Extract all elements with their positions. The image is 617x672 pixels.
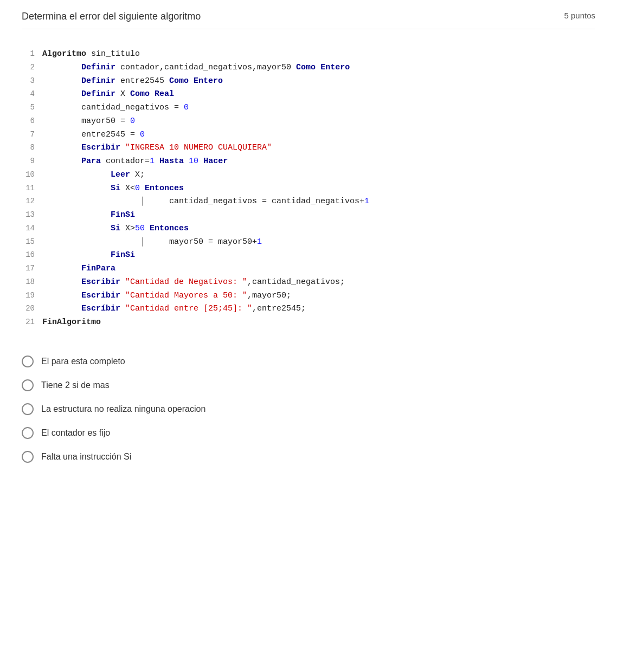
line-content: Si X<0 Entonces — [42, 182, 184, 196]
line-content: FinSi — [42, 209, 135, 222]
code-line: 9 Para contador=1 Hasta 10 Hacer — [22, 155, 595, 169]
line-number: 8 — [22, 141, 42, 154]
line-content: Escribir "INGRESA 10 NUMERO CUALQUIERA" — [42, 141, 272, 155]
code-line: 14 Si X>50 Entonces — [22, 222, 595, 236]
code-line: 16 FinSi — [22, 249, 595, 262]
line-content: Leer X; — [42, 169, 145, 182]
line-number: 7 — [22, 128, 42, 141]
line-number: 17 — [22, 262, 42, 275]
points-label: 5 puntos — [564, 11, 595, 20]
line-number: 19 — [22, 289, 42, 302]
option-item[interactable]: Tiene 2 si de mas — [22, 379, 595, 391]
line-content: Definir contador,cantidad_negativos,mayo… — [42, 61, 350, 75]
line-number: 15 — [22, 236, 42, 248]
code-line: 7 entre2545 = 0 — [22, 128, 595, 142]
option-item[interactable]: Falta una instrucción Si — [22, 451, 595, 463]
line-number: 10 — [22, 169, 42, 181]
line-content: Para contador=1 Hasta 10 Hacer — [42, 155, 228, 169]
radio-button[interactable] — [22, 451, 34, 463]
line-number: 11 — [22, 182, 42, 195]
code-line: 3 Definir entre2545 Como Entero — [22, 75, 595, 88]
line-content: Escribir "Cantidad Mayores a 50: ",mayor… — [42, 289, 291, 303]
line-number: 13 — [22, 209, 42, 221]
code-line: 19 Escribir "Cantidad Mayores a 50: ",ma… — [22, 289, 595, 303]
code-line: 21FinAlgoritmo — [22, 316, 595, 329]
code-line: 11 Si X<0 Entonces — [22, 182, 595, 196]
line-number: 16 — [22, 249, 42, 261]
code-line: 12 │ cantidad_negativos = cantidad_negat… — [22, 195, 595, 209]
code-line: 8 Escribir "INGRESA 10 NUMERO CUALQUIERA… — [22, 141, 595, 155]
line-number: 12 — [22, 195, 42, 208]
option-label: La estructura no realiza ninguna operaci… — [41, 404, 205, 414]
code-line: 6 mayor50 = 0 — [22, 115, 595, 128]
code-line: 10 Leer X; — [22, 169, 595, 182]
line-content: Si X>50 Entonces — [42, 222, 189, 236]
line-number: 1 — [22, 48, 42, 60]
line-number: 20 — [22, 302, 42, 315]
line-content: FinAlgoritmo — [42, 316, 101, 329]
code-line: 13 FinSi — [22, 209, 595, 222]
code-line: 2 Definir contador,cantidad_negativos,ma… — [22, 61, 595, 75]
option-label: El para esta completo — [41, 357, 125, 366]
radio-button[interactable] — [22, 403, 34, 415]
code-line: 15 │ mayor50 = mayor50+1 — [22, 236, 595, 249]
code-line: 4 Definir X Como Real — [22, 88, 595, 101]
question-title: Determina el error del siguiente algorit… — [22, 11, 201, 22]
line-content: cantidad_negativos = 0 — [42, 101, 189, 115]
line-number: 9 — [22, 155, 42, 167]
line-number: 3 — [22, 75, 42, 87]
option-item[interactable]: La estructura no realiza ninguna operaci… — [22, 403, 595, 415]
line-content: │ mayor50 = mayor50+1 — [42, 236, 262, 249]
option-label: El contador es fijo — [41, 428, 110, 438]
line-content: Escribir "Cantidad de Negativos: ",canti… — [42, 276, 345, 289]
header: Determina el error del siguiente algorit… — [22, 11, 595, 29]
line-number: 6 — [22, 115, 42, 127]
line-content: Escríbir "Cantidad entre [25;45]: ",entr… — [42, 302, 306, 316]
code-line: 5 cantidad_negativos = 0 — [22, 101, 595, 115]
code-line: 17 FinPara — [22, 262, 595, 276]
option-item[interactable]: El contador es fijo — [22, 427, 595, 439]
code-line: 18 Escribir "Cantidad de Negativos: ",ca… — [22, 276, 595, 289]
code-line: 1Algoritmo sin_titulo — [22, 48, 595, 61]
page: Determina el error del siguiente algorit… — [0, 0, 617, 672]
line-content: Definir entre2545 Como Entero — [42, 75, 223, 88]
radio-button[interactable] — [22, 379, 34, 391]
option-label: Falta una instrucción Si — [41, 452, 131, 462]
line-number: 5 — [22, 101, 42, 114]
radio-button[interactable] — [22, 356, 34, 367]
options-section: El para esta completoTiene 2 si de masLa… — [22, 356, 595, 463]
option-label: Tiene 2 si de mas — [41, 380, 110, 390]
line-number: 21 — [22, 316, 42, 328]
line-content: mayor50 = 0 — [42, 115, 135, 128]
line-number: 2 — [22, 61, 42, 74]
line-content: entre2545 = 0 — [42, 128, 145, 142]
line-content: Algoritmo sin_titulo — [42, 48, 140, 61]
line-number: 18 — [22, 276, 42, 288]
line-number: 4 — [22, 88, 42, 100]
line-content: │ cantidad_negativos = cantidad_negativo… — [42, 195, 369, 209]
code-block: 1Algoritmo sin_titulo2 Definir contador,… — [22, 42, 595, 340]
line-content: Definir X Como Real — [42, 88, 174, 101]
radio-button[interactable] — [22, 427, 34, 439]
option-item[interactable]: El para esta completo — [22, 356, 595, 367]
code-line: 20 Escríbir "Cantidad entre [25;45]: ",e… — [22, 302, 595, 316]
line-content: FinSi — [42, 249, 135, 262]
line-number: 14 — [22, 222, 42, 235]
line-content: FinPara — [42, 262, 115, 276]
